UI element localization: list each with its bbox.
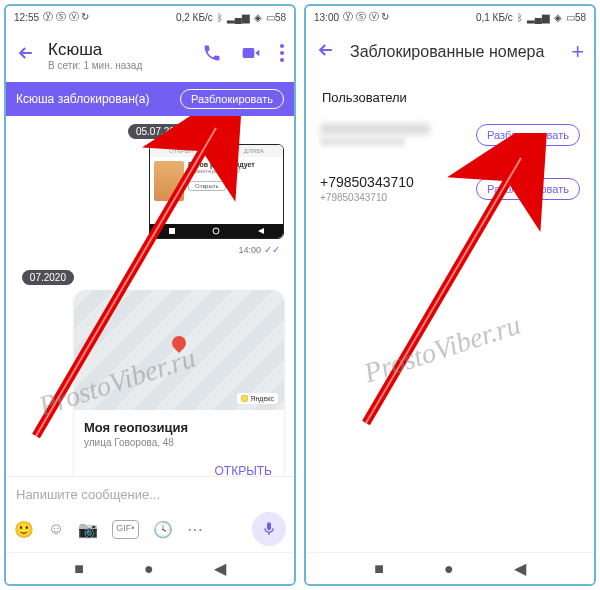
sticker-icon[interactable]: 🙂 (14, 520, 34, 539)
unblock-button[interactable]: Разблокировать (180, 89, 284, 109)
user-phone: +79850343710 (320, 174, 414, 190)
signal-icon: ▂▄▆ (527, 12, 550, 23)
video-call-icon[interactable] (240, 43, 262, 67)
blocked-banner: Ксюша заблокирован(а) Разблокировать (6, 82, 294, 116)
bluetooth-icon: ᛒ (517, 12, 523, 23)
blocked-text: Ксюша заблокирован(а) (16, 92, 149, 106)
nav-home-icon[interactable]: ● (444, 560, 454, 578)
svg-point-1 (280, 44, 284, 48)
phone-screenshot-right: 13:00 ⓨ ⓢ ⓥ ↻ 0,1 КБ/с ᛒ ▂▄▆ ◈ ▭58 Забло… (304, 4, 596, 586)
yandex-badge: Яндекс (237, 393, 278, 404)
emoji-icon[interactable]: ☺ (48, 520, 64, 539)
thumb-open: Открыть (188, 181, 226, 191)
android-nav-bar: ■ ● ◀ (306, 552, 594, 584)
nav-back-icon[interactable]: ◀ (514, 559, 526, 578)
user-sub-blurred (320, 137, 405, 146)
wifi-icon: ◈ (254, 12, 262, 23)
status-time: 12:55 (14, 12, 39, 23)
date-chip-2: 07.2020 (22, 270, 74, 285)
map-pin-icon (169, 333, 189, 353)
location-card[interactable]: Яндекс Моя геопозиция улица Говорова, 48… (74, 290, 284, 476)
camera-icon[interactable]: 📷 (78, 520, 98, 539)
nav-recent-icon[interactable]: ■ (374, 560, 384, 578)
thumb-nav (150, 224, 283, 238)
user-name-blurred (320, 123, 430, 135)
bluetooth-icon: ᛒ (217, 12, 223, 23)
message-input[interactable] (14, 483, 286, 512)
message-timestamp: 14:00✓✓ (238, 244, 280, 255)
user-phone-sub: +79850343710 (320, 192, 414, 203)
watermark: ProstoViber.ru (360, 309, 524, 390)
page-title: Заблокированные номера (350, 43, 557, 61)
chat-area[interactable]: 05.07.2020 ОТКРЫТОТ ВАСДЛЯВА Рогов реком… (6, 116, 294, 476)
phone-screenshot-left: 12:55 ⓨ ⓢ ⓥ ↻ 0,2 КБ/с ᛒ ▂▄▆ ◈ ▭58 Ксюша… (4, 4, 296, 586)
back-icon[interactable] (316, 40, 336, 64)
status-bar: 13:00 ⓨ ⓢ ⓥ ↻ 0,1 КБ/с ᛒ ▂▄▆ ◈ ▭58 (306, 6, 594, 28)
svg-point-3 (280, 58, 284, 62)
date-chip: 05.07.2020 (128, 124, 194, 139)
status-net: 0,2 КБ/с (176, 12, 213, 23)
status-net: 0,1 КБ/с (476, 12, 513, 23)
android-nav-bar: ■ ● ◀ (6, 552, 294, 584)
svg-rect-4 (169, 228, 175, 234)
mic-button[interactable] (252, 512, 286, 546)
back-icon[interactable] (16, 43, 36, 67)
wifi-icon: ◈ (554, 12, 562, 23)
thumb-title: Рогов рекомендует (188, 161, 279, 168)
call-icon[interactable] (202, 43, 222, 67)
svg-point-5 (213, 228, 219, 234)
compose-area: 🙂 ☺ 📷 GIF• 🕓 ⋯ (6, 476, 294, 552)
unblock-button[interactable]: Разблокировать (476, 124, 580, 146)
contact-info[interactable]: Ксюша В сети: 1 мин. назад (48, 40, 190, 71)
thumb-tabs: ОТКРЫТОТ ВАСДЛЯВА (150, 145, 283, 157)
nav-home-icon[interactable]: ● (144, 560, 154, 578)
message-preview-card[interactable]: ОТКРЫТОТ ВАСДЛЯВА Рогов рекомендует Коми… (149, 144, 284, 239)
thumb-image (154, 161, 184, 201)
map-thumbnail: Яндекс (74, 290, 284, 410)
blocked-user-row: +79850343710 +79850343710 Разблокировать (306, 166, 594, 223)
battery-icon: ▭58 (266, 12, 286, 23)
svg-rect-0 (243, 48, 255, 58)
unblock-button[interactable]: Разблокировать (476, 178, 580, 200)
signal-icon: ▂▄▆ (227, 12, 250, 23)
thumb-sub: Коминтерн. проект (188, 168, 279, 174)
section-title: Пользователи (306, 76, 594, 115)
more-compose-icon[interactable]: ⋯ (187, 520, 203, 539)
status-icons-left: ⓨ ⓢ ⓥ ↻ (343, 10, 389, 24)
add-icon[interactable]: + (571, 39, 584, 65)
status-time: 13:00 (314, 12, 339, 23)
contact-status: В сети: 1 мин. назад (48, 60, 190, 71)
svg-point-2 (280, 51, 284, 55)
chat-header: Ксюша В сети: 1 мин. назад (6, 28, 294, 82)
location-address: улица Говорова, 48 (84, 437, 274, 448)
status-icons-left: ⓨ ⓢ ⓥ ↻ (43, 10, 89, 24)
clock-icon[interactable]: 🕓 (153, 520, 173, 539)
contact-name: Ксюша (48, 40, 190, 60)
nav-recent-icon[interactable]: ■ (74, 560, 84, 578)
nav-back-icon[interactable]: ◀ (214, 559, 226, 578)
blocked-header: Заблокированные номера + (306, 28, 594, 76)
status-bar: 12:55 ⓨ ⓢ ⓥ ↻ 0,2 КБ/с ᛒ ▂▄▆ ◈ ▭58 (6, 6, 294, 28)
gif-icon[interactable]: GIF• (112, 520, 138, 539)
location-open-button[interactable]: ОТКРЫТЬ (74, 458, 284, 476)
location-title: Моя геопозиция (84, 420, 274, 435)
empty-area: ProstoViber.ru (306, 223, 594, 552)
blocked-user-row: Разблокировать (306, 115, 594, 166)
battery-icon: ▭58 (566, 12, 586, 23)
more-icon[interactable] (280, 44, 284, 66)
